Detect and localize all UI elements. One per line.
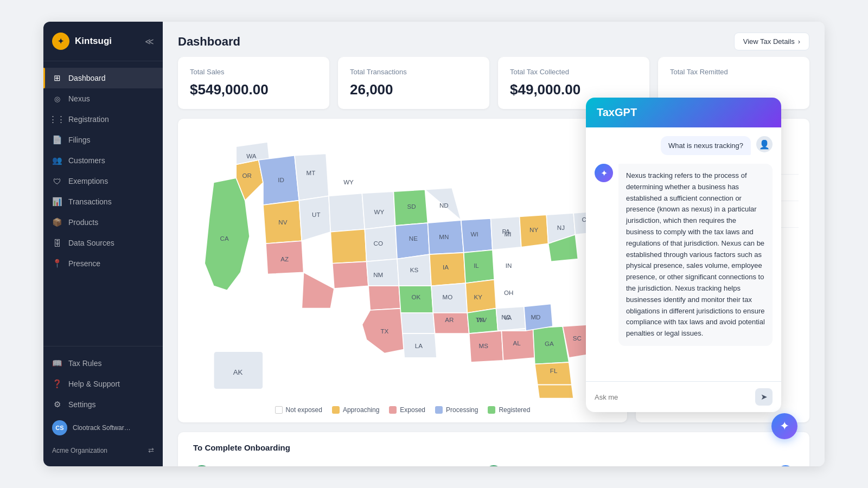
stat-value: $49,000.00 [510,81,637,98]
products-icon: 📦 [52,217,62,227]
taxgpt-title: TaxGPT [597,106,637,118]
org-name: Acme Organization [52,447,107,454]
sidebar-item-filings[interactable]: 📄 Filings [43,130,163,150]
legend-registered: Registered [488,406,530,414]
taxgpt-panel: TaxGPT What is nexus tracking? 👤 ✦ Nexus… [586,98,781,412]
legend-approaching: Approaching [332,406,379,414]
svg-text:NY: NY [529,226,538,233]
logo-icon: ✦ [52,33,69,50]
legend-label: Registered [499,406,530,414]
svg-text:ID: ID [278,177,284,184]
user-name: Clootrack Software L... [73,424,132,432]
onboarding-title: To Complete Onboarding [193,443,794,452]
svg-text:SD: SD [407,203,416,210]
step-node-nexus: ✓ [485,465,502,467]
taxgpt-input[interactable] [595,393,750,401]
state-co [330,229,366,264]
sidebar-item-exemptions[interactable]: 🛡 Exemptions [43,171,163,191]
sidebar-item-tax-rules[interactable]: 📖 Tax Rules [43,353,163,374]
stat-label: Total Tax Remitted [670,68,797,76]
app-name: Kintsugi [75,36,112,47]
stat-card-total-sales: Total Sales $549,000.00 [178,57,329,109]
svg-text:AR: AR [445,316,454,323]
sidebar-item-label: Dashboard [68,74,106,82]
state-az2 [302,272,334,308]
user-profile[interactable]: CS Clootrack Software L... [43,415,163,441]
svg-text:OK: OK [411,293,420,300]
svg-text:TX: TX [380,328,388,335]
sidebar-item-transactions[interactable]: 📊 Transactions [43,191,163,212]
stat-value: 26,000 [350,81,477,98]
legend-label: Approaching [343,406,379,414]
sidebar-item-label: Registration [68,115,109,124]
state-nm [333,261,368,288]
svg-text:CA: CA [220,235,229,242]
sidebar-item-presence[interactable]: 📍 Presence [43,253,163,274]
svg-text:IN: IN [506,262,512,269]
sidebar-item-help[interactable]: ❓ Help & Support [43,374,163,394]
taxgpt-input-area: ➤ [586,381,781,412]
stat-label: Total Sales [190,68,317,76]
svg-text:AZ: AZ [280,255,289,262]
registration-icon: ⋮⋮ [52,114,62,124]
settings-icon: ⚙ [52,400,62,409]
svg-text:AL: AL [513,339,521,346]
ak-label: AK [233,368,243,376]
sidebar-item-label: Filings [68,136,90,144]
svg-text:SC: SC [573,335,582,342]
svg-text:NM: NM [373,271,383,278]
data-sources-icon: 🗄 [52,238,62,248]
collapse-btn[interactable]: ≪ [145,36,154,47]
sidebar-item-data-sources[interactable]: 🗄 Data Sources [43,233,163,253]
svg-text:IA: IA [443,264,449,271]
map-card: 🔍 [178,119,627,422]
svg-text:KS: KS [410,266,419,273]
avatar: CS [52,420,67,435]
svg-text:WA: WA [246,152,257,159]
sidebar-item-settings[interactable]: ⚙ Settings [43,394,163,415]
svg-text:ND: ND [439,202,449,209]
sidebar-item-registration[interactable]: ⋮⋮ Registration [43,109,163,130]
stat-label: Total Transactions [350,68,477,76]
taxgpt-fab[interactable]: ✦ [771,413,797,439]
stat-label: Total Tax Collected [510,68,637,76]
svg-text:NE: NE [409,235,418,242]
svg-text:NJ: NJ [557,224,565,231]
sidebar-item-label: Help & Support [68,380,120,388]
state-ar [401,313,435,333]
taxgpt-header: TaxGPT [586,98,781,127]
legend-label: Processing [446,406,478,414]
nav-items: ⊞ Dashboard ◎ Nexus ⋮⋮ Registration 📄 Fi… [43,61,163,346]
taxgpt-messages: What is nexus tracking? 👤 ✦ Nexus tracki… [586,127,781,381]
state-ut [299,196,330,241]
org-switcher[interactable]: Acme Organization ⇄ [43,441,163,460]
transactions-icon: 📊 [52,197,62,207]
switch-org-icon: ⇄ [148,446,154,454]
svg-text:MO: MO [443,293,453,300]
us-map: AK CA OR WA ID MT NV AZ LA MS [187,127,618,400]
state-ok [368,286,401,310]
sidebar-item-nexus[interactable]: ◎ Nexus [43,88,163,109]
legend-label: Exposed [400,406,425,414]
map-wrapper: 🔍 [187,127,618,400]
sidebar-item-dashboard[interactable]: ⊞ Dashboard [43,68,163,88]
svg-text:CO: CO [374,240,383,247]
svg-text:WY: WY [343,178,354,185]
map-legend: Not exposed Approaching Exposed Pro [187,406,618,414]
main-header: Dashboard View Tax Details › [163,22,825,57]
view-tax-details-button[interactable]: View Tax Details › [734,33,809,50]
legend-processing: Processing [435,406,478,414]
sidebar-item-customers[interactable]: 👥 Customers [43,150,163,171]
nexus-icon: ◎ [52,94,62,104]
exemptions-icon: 🛡 [52,176,62,186]
bot-message: ✦ Nexus tracking refers to the process o… [595,164,773,346]
state-wy [329,193,365,232]
sidebar-item-label: Products [68,218,98,227]
sidebar-item-products[interactable]: 📦 Products [43,212,163,233]
sidebar-bottom: 📖 Tax Rules ❓ Help & Support ⚙ Settings … [43,346,163,466]
user-message: What is nexus tracking? 👤 [595,136,773,155]
sidebar-logo: ✦ Kintsugi ≪ [43,22,163,61]
stat-value: $549,000.00 [190,81,317,98]
taxgpt-send-button[interactable]: ➤ [755,388,773,406]
svg-text:GA: GA [545,340,554,347]
